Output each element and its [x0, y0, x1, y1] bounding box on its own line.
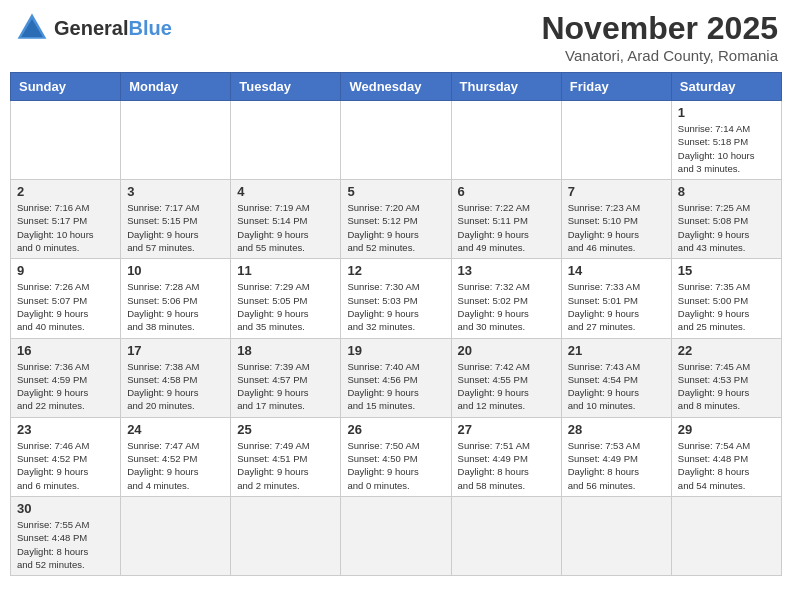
calendar-cell — [121, 496, 231, 575]
day-info: Sunrise: 7:45 AM Sunset: 4:53 PM Dayligh… — [678, 360, 775, 413]
calendar-cell: 7Sunrise: 7:23 AM Sunset: 5:10 PM Daylig… — [561, 180, 671, 259]
calendar-cell — [341, 101, 451, 180]
day-info: Sunrise: 7:20 AM Sunset: 5:12 PM Dayligh… — [347, 201, 444, 254]
calendar-subtitle: Vanatori, Arad County, Romania — [541, 47, 778, 64]
day-number: 13 — [458, 263, 555, 278]
day-info: Sunrise: 7:33 AM Sunset: 5:01 PM Dayligh… — [568, 280, 665, 333]
logo-text: GeneralBlue — [54, 18, 172, 39]
weekday-header-sunday: Sunday — [11, 73, 121, 101]
day-number: 1 — [678, 105, 775, 120]
calendar-cell: 21Sunrise: 7:43 AM Sunset: 4:54 PM Dayli… — [561, 338, 671, 417]
calendar-cell — [121, 101, 231, 180]
day-info: Sunrise: 7:51 AM Sunset: 4:49 PM Dayligh… — [458, 439, 555, 492]
calendar-week-row: 30Sunrise: 7:55 AM Sunset: 4:48 PM Dayli… — [11, 496, 782, 575]
day-number: 22 — [678, 343, 775, 358]
day-number: 15 — [678, 263, 775, 278]
calendar-cell — [341, 496, 451, 575]
calendar-cell: 27Sunrise: 7:51 AM Sunset: 4:49 PM Dayli… — [451, 417, 561, 496]
calendar-cell: 18Sunrise: 7:39 AM Sunset: 4:57 PM Dayli… — [231, 338, 341, 417]
weekday-header-wednesday: Wednesday — [341, 73, 451, 101]
day-info: Sunrise: 7:28 AM Sunset: 5:06 PM Dayligh… — [127, 280, 224, 333]
day-info: Sunrise: 7:14 AM Sunset: 5:18 PM Dayligh… — [678, 122, 775, 175]
title-area: November 2025 Vanatori, Arad County, Rom… — [541, 10, 778, 64]
day-number: 5 — [347, 184, 444, 199]
calendar-week-row: 1Sunrise: 7:14 AM Sunset: 5:18 PM Daylig… — [11, 101, 782, 180]
weekday-header-row: SundayMondayTuesdayWednesdayThursdayFrid… — [11, 73, 782, 101]
calendar-cell: 3Sunrise: 7:17 AM Sunset: 5:15 PM Daylig… — [121, 180, 231, 259]
day-number: 17 — [127, 343, 224, 358]
day-number: 11 — [237, 263, 334, 278]
calendar-week-row: 9Sunrise: 7:26 AM Sunset: 5:07 PM Daylig… — [11, 259, 782, 338]
day-number: 10 — [127, 263, 224, 278]
day-number: 14 — [568, 263, 665, 278]
calendar-header: SundayMondayTuesdayWednesdayThursdayFrid… — [11, 73, 782, 101]
calendar-cell: 11Sunrise: 7:29 AM Sunset: 5:05 PM Dayli… — [231, 259, 341, 338]
calendar-cell: 22Sunrise: 7:45 AM Sunset: 4:53 PM Dayli… — [671, 338, 781, 417]
day-number: 16 — [17, 343, 114, 358]
calendar-cell — [11, 101, 121, 180]
calendar-cell: 6Sunrise: 7:22 AM Sunset: 5:11 PM Daylig… — [451, 180, 561, 259]
day-number: 7 — [568, 184, 665, 199]
calendar-cell: 25Sunrise: 7:49 AM Sunset: 4:51 PM Dayli… — [231, 417, 341, 496]
weekday-header-monday: Monday — [121, 73, 231, 101]
calendar-cell — [671, 496, 781, 575]
weekday-header-tuesday: Tuesday — [231, 73, 341, 101]
day-info: Sunrise: 7:39 AM Sunset: 4:57 PM Dayligh… — [237, 360, 334, 413]
calendar-cell: 13Sunrise: 7:32 AM Sunset: 5:02 PM Dayli… — [451, 259, 561, 338]
calendar-cell: 26Sunrise: 7:50 AM Sunset: 4:50 PM Dayli… — [341, 417, 451, 496]
day-number: 20 — [458, 343, 555, 358]
day-info: Sunrise: 7:23 AM Sunset: 5:10 PM Dayligh… — [568, 201, 665, 254]
day-info: Sunrise: 7:43 AM Sunset: 4:54 PM Dayligh… — [568, 360, 665, 413]
day-info: Sunrise: 7:29 AM Sunset: 5:05 PM Dayligh… — [237, 280, 334, 333]
day-info: Sunrise: 7:40 AM Sunset: 4:56 PM Dayligh… — [347, 360, 444, 413]
day-info: Sunrise: 7:47 AM Sunset: 4:52 PM Dayligh… — [127, 439, 224, 492]
day-info: Sunrise: 7:36 AM Sunset: 4:59 PM Dayligh… — [17, 360, 114, 413]
calendar-week-row: 23Sunrise: 7:46 AM Sunset: 4:52 PM Dayli… — [11, 417, 782, 496]
calendar-cell: 9Sunrise: 7:26 AM Sunset: 5:07 PM Daylig… — [11, 259, 121, 338]
day-info: Sunrise: 7:42 AM Sunset: 4:55 PM Dayligh… — [458, 360, 555, 413]
calendar-cell: 8Sunrise: 7:25 AM Sunset: 5:08 PM Daylig… — [671, 180, 781, 259]
day-number: 12 — [347, 263, 444, 278]
calendar-cell: 16Sunrise: 7:36 AM Sunset: 4:59 PM Dayli… — [11, 338, 121, 417]
day-info: Sunrise: 7:25 AM Sunset: 5:08 PM Dayligh… — [678, 201, 775, 254]
day-number: 9 — [17, 263, 114, 278]
calendar-week-row: 16Sunrise: 7:36 AM Sunset: 4:59 PM Dayli… — [11, 338, 782, 417]
day-number: 29 — [678, 422, 775, 437]
calendar-cell — [451, 496, 561, 575]
day-number: 28 — [568, 422, 665, 437]
day-info: Sunrise: 7:32 AM Sunset: 5:02 PM Dayligh… — [458, 280, 555, 333]
calendar-cell — [231, 101, 341, 180]
day-info: Sunrise: 7:26 AM Sunset: 5:07 PM Dayligh… — [17, 280, 114, 333]
weekday-header-saturday: Saturday — [671, 73, 781, 101]
day-info: Sunrise: 7:35 AM Sunset: 5:00 PM Dayligh… — [678, 280, 775, 333]
calendar-cell: 15Sunrise: 7:35 AM Sunset: 5:00 PM Dayli… — [671, 259, 781, 338]
calendar-cell — [561, 496, 671, 575]
day-info: Sunrise: 7:46 AM Sunset: 4:52 PM Dayligh… — [17, 439, 114, 492]
day-number: 6 — [458, 184, 555, 199]
calendar-cell: 30Sunrise: 7:55 AM Sunset: 4:48 PM Dayli… — [11, 496, 121, 575]
day-info: Sunrise: 7:22 AM Sunset: 5:11 PM Dayligh… — [458, 201, 555, 254]
calendar-cell — [231, 496, 341, 575]
day-number: 25 — [237, 422, 334, 437]
calendar-cell: 14Sunrise: 7:33 AM Sunset: 5:01 PM Dayli… — [561, 259, 671, 338]
calendar-table: SundayMondayTuesdayWednesdayThursdayFrid… — [10, 72, 782, 576]
day-info: Sunrise: 7:30 AM Sunset: 5:03 PM Dayligh… — [347, 280, 444, 333]
day-number: 4 — [237, 184, 334, 199]
calendar-cell: 10Sunrise: 7:28 AM Sunset: 5:06 PM Dayli… — [121, 259, 231, 338]
day-number: 21 — [568, 343, 665, 358]
day-info: Sunrise: 7:54 AM Sunset: 4:48 PM Dayligh… — [678, 439, 775, 492]
calendar-week-row: 2Sunrise: 7:16 AM Sunset: 5:17 PM Daylig… — [11, 180, 782, 259]
logo-icon — [14, 10, 50, 46]
header-section: GeneralBlue November 2025 Vanatori, Arad… — [10, 10, 782, 64]
day-number: 24 — [127, 422, 224, 437]
calendar-body: 1Sunrise: 7:14 AM Sunset: 5:18 PM Daylig… — [11, 101, 782, 576]
day-number: 23 — [17, 422, 114, 437]
weekday-header-thursday: Thursday — [451, 73, 561, 101]
day-info: Sunrise: 7:50 AM Sunset: 4:50 PM Dayligh… — [347, 439, 444, 492]
weekday-header-friday: Friday — [561, 73, 671, 101]
day-number: 8 — [678, 184, 775, 199]
logo: GeneralBlue — [14, 10, 172, 46]
calendar-cell: 17Sunrise: 7:38 AM Sunset: 4:58 PM Dayli… — [121, 338, 231, 417]
day-info: Sunrise: 7:55 AM Sunset: 4:48 PM Dayligh… — [17, 518, 114, 571]
day-number: 27 — [458, 422, 555, 437]
